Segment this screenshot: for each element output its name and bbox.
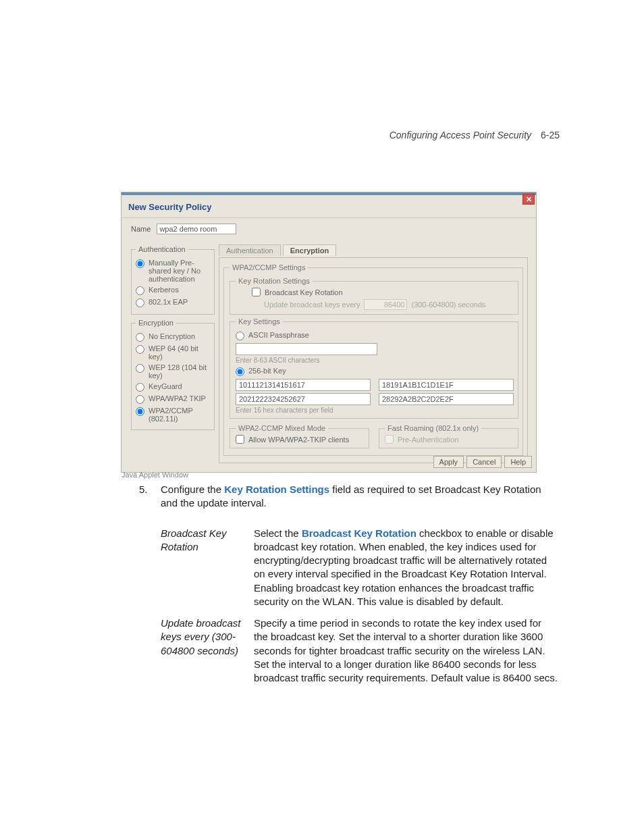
key-settings-panel: Key Settings ASCII Passphrase Enter 8-63…	[230, 317, 518, 419]
enc-option-wpa-tkip[interactable]: WPA/WPA2 TKIP	[136, 394, 210, 404]
key-field-1[interactable]	[236, 379, 371, 391]
help-button[interactable]: Help	[504, 456, 532, 468]
def-text-b: checkbox to enable or disable broadcast …	[254, 527, 554, 607]
ascii-passphrase-option[interactable]: ASCII Passphrase	[236, 331, 514, 340]
radio-manual[interactable]	[136, 259, 144, 268]
tab-row: Authentication Encryption	[219, 244, 528, 257]
authentication-panel: Authentication Manually Pre-shared key /…	[131, 245, 215, 315]
key-field-4[interactable]	[379, 393, 514, 405]
auth-option-manual[interactable]: Manually Pre-shared key / No authenticat…	[136, 259, 210, 283]
enc-option-label: No Encryption	[149, 332, 195, 340]
radio-enc-wep64[interactable]	[136, 345, 144, 354]
wpa2-settings-legend: WPA2/CCMP Settings	[230, 263, 308, 271]
enc-option-wep128[interactable]: WEP 128 (104 bit key)	[136, 363, 210, 380]
radio-enc-none[interactable]	[136, 333, 144, 342]
page-number: 6-25	[541, 130, 560, 140]
key-256-label: 256-bit Key	[248, 367, 286, 375]
step-text-a: Configure the	[161, 484, 224, 495]
dialog-title: New Security Policy	[122, 195, 536, 218]
step-keyword: Key Rotation Settings	[224, 484, 329, 495]
enc-option-wep64[interactable]: WEP 64 (40 bit key)	[136, 344, 210, 361]
preauth-checkbox	[385, 435, 394, 444]
radio-kerberos[interactable]	[136, 286, 144, 295]
allow-tkip-label: Allow WPA/WPA2-TKIP clients	[248, 436, 349, 444]
mixed-mode-panel: WPA2-CCMP Mixed Mode Allow WPA/WPA2-TKIP…	[230, 424, 369, 448]
fast-roaming-legend: Fast Roaming (802.1x only)	[385, 424, 481, 432]
dialog-button-bar: Apply Cancel Help	[433, 456, 532, 468]
body-text: 5. Configure the Key Rotation Settings f…	[139, 483, 558, 689]
ascii-passphrase-label: ASCII Passphrase	[248, 331, 309, 339]
hex-hint: Enter 16 hex characters per field	[236, 407, 514, 414]
def-text: Select the Broadcast Key Rotation checkb…	[254, 523, 558, 613]
radio-enc-keyguard[interactable]	[136, 383, 144, 392]
radio-256-key[interactable]	[236, 367, 244, 376]
wpa2-settings-panel: WPA2/CCMP Settings Key Rotation Settings…	[223, 263, 523, 456]
update-interval-input[interactable]	[364, 299, 407, 310]
running-header: Configuring Access Point Security 6-25	[390, 130, 560, 140]
enc-option-keyguard[interactable]: KeyGuard	[136, 382, 210, 392]
def-text-a: Select the	[254, 527, 302, 539]
radio-enc-wep128[interactable]	[136, 364, 144, 373]
broadcast-key-rotation-checkbox[interactable]	[252, 288, 261, 296]
enc-option-wpa2-ccmp[interactable]: WPA2/CCMP (802.11i)	[136, 407, 210, 423]
step-number: 5.	[139, 483, 153, 511]
radio-enc-wpa2-ccmp[interactable]	[136, 407, 144, 416]
update-keys-label: Update broadcast keys every	[264, 301, 360, 309]
step-5: 5. Configure the Key Rotation Settings f…	[139, 483, 558, 511]
key-settings-legend: Key Settings	[236, 317, 283, 325]
fast-roaming-panel: Fast Roaming (802.1x only) Pre-Authentic…	[379, 424, 518, 448]
def-text-b: Specify a time period in seconds to rota…	[254, 617, 558, 683]
cancel-button[interactable]: Cancel	[466, 456, 502, 468]
tab-encryption[interactable]: Encryption	[283, 244, 336, 256]
radio-eap[interactable]	[136, 298, 144, 307]
enc-option-none[interactable]: No Encryption	[136, 332, 210, 342]
mixed-mode-legend: WPA2-CCMP Mixed Mode	[236, 424, 328, 432]
enc-option-label: WPA2/CCMP (802.11i)	[149, 407, 210, 423]
close-icon[interactable]: ✕	[522, 194, 535, 205]
key-field-3[interactable]	[236, 393, 371, 405]
encryption-legend: Encryption	[136, 319, 176, 327]
enc-option-label: KeyGuard	[149, 382, 182, 390]
auth-option-label: Manually Pre-shared key / No authenticat…	[149, 259, 210, 283]
auth-option-kerberos[interactable]: Kerberos	[136, 286, 210, 295]
auth-option-label: 802.1x EAP	[149, 298, 188, 306]
name-input[interactable]	[157, 224, 236, 234]
def-term: Broadcast Key Rotation	[161, 523, 254, 613]
def-row: Broadcast Key Rotation Select the Broadc…	[161, 523, 558, 613]
radio-ascii-passphrase[interactable]	[236, 332, 244, 340]
preauth-label: Pre-Authentication	[398, 436, 459, 444]
auth-option-label: Kerberos	[149, 286, 179, 294]
def-text: Specify a time period in seconds to rota…	[254, 613, 558, 689]
authentication-legend: Authentication	[136, 245, 188, 253]
radio-enc-wpa-tkip[interactable]	[136, 395, 144, 404]
key-256-option[interactable]: 256-bit Key	[236, 367, 514, 376]
header-title: Configuring Access Point Security	[390, 130, 531, 140]
def-term: Update broadcast keys every (300-604800 …	[161, 613, 254, 689]
tab-authentication[interactable]: Authentication	[219, 244, 281, 256]
definition-table: Broadcast Key Rotation Select the Broadc…	[161, 523, 558, 689]
def-keyword: Broadcast Key Rotation	[302, 527, 417, 539]
applet-status-bar: Java Applet Window	[122, 471, 188, 479]
name-label: Name	[131, 225, 151, 233]
enc-option-label: WPA/WPA2 TKIP	[149, 394, 206, 402]
apply-button[interactable]: Apply	[433, 456, 464, 468]
allow-tkip-checkbox[interactable]	[236, 435, 244, 444]
security-policy-dialog: ✕ New Security Policy Name Authenticatio…	[122, 192, 536, 472]
def-row: Update broadcast keys every (300-604800 …	[161, 613, 558, 689]
enc-option-label: WEP 128 (104 bit key)	[149, 363, 210, 380]
key-rotation-panel: Key Rotation Settings Broadcast Key Rota…	[230, 277, 518, 315]
enc-option-label: WEP 64 (40 bit key)	[149, 344, 210, 361]
key-field-2[interactable]	[379, 379, 514, 391]
auth-option-eap[interactable]: 802.1x EAP	[136, 298, 210, 307]
key-rotation-legend: Key Rotation Settings	[236, 277, 313, 285]
ascii-passphrase-input[interactable]	[236, 343, 377, 355]
broadcast-key-rotation-label: Broadcast Key Rotation	[265, 288, 343, 296]
update-range-label: (300-604800) seconds	[411, 301, 485, 309]
ascii-hint: Enter 8-63 ASCII characters	[236, 357, 514, 364]
encryption-panel: Encryption No Encryption WEP 64 (40 bit …	[131, 319, 215, 430]
